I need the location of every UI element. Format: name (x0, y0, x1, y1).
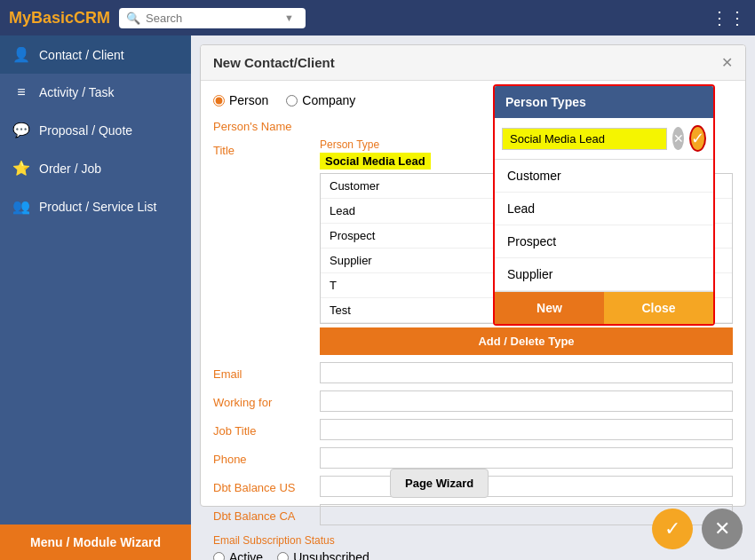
job-title-label: Job Title (213, 419, 311, 438)
popup-new-button[interactable]: New (495, 292, 604, 324)
sidebar-item-label: Activity / Task (39, 85, 115, 99)
product-service-icon: 👥 (12, 198, 30, 215)
title-label: Title (213, 138, 311, 157)
active-radio[interactable]: Active (213, 550, 263, 560)
popup-close-button[interactable]: Close (604, 292, 713, 324)
company-radio-label: Company (302, 93, 355, 107)
company-radio[interactable]: Company (286, 93, 355, 107)
sidebar-item-label: Order / Job (39, 162, 101, 176)
popup-search-input[interactable] (502, 128, 667, 150)
sidebar-item-product-service-list[interactable]: 👥 Product / Service List (0, 187, 191, 225)
logo-prefix: My (9, 9, 31, 27)
activity-task-icon: ≡ (12, 84, 30, 100)
popup-list: Customer Lead Prospect Supplier (495, 160, 713, 291)
person-radio-label: Person (229, 93, 268, 107)
person-type-value: Social Media Lead (320, 153, 431, 170)
person-radio[interactable]: Person (213, 93, 268, 107)
unsubscribed-radio-input[interactable] (277, 552, 289, 561)
sidebar-item-proposal-quote[interactable]: 💬 Proposal / Quote (0, 111, 191, 149)
contact-client-icon: 👤 (12, 46, 30, 63)
sidebar-item-activity-task[interactable]: ≡ Activity / Task (0, 74, 191, 111)
active-radio-input[interactable] (213, 552, 225, 561)
email-field-placeholder (320, 362, 733, 383)
popup-confirm-button[interactable]: ✓ (689, 125, 706, 152)
popup-search-row: ✕ ✓ (495, 118, 713, 160)
unsubscribed-radio[interactable]: Unsubscribed (277, 550, 370, 560)
company-radio-input[interactable] (286, 95, 298, 106)
phone-label: Phone (213, 447, 311, 466)
sidebar: 👤 Contact / Client ≡ Activity / Task 💬 P… (0, 35, 191, 560)
popup-item-customer[interactable]: Customer (495, 160, 713, 193)
dbt-balance-ca-label: Dbt Balance CA (213, 504, 311, 523)
phone-field (320, 447, 733, 469)
confirm-button[interactable]: ✓ (652, 509, 693, 549)
search-bar[interactable]: 🔍 ▼ (119, 8, 306, 28)
working-for-field (320, 390, 733, 412)
content-area: New Contact/Client ✕ Person Company Pers… (191, 35, 755, 560)
search-icon: 🔍 (126, 12, 140, 25)
sidebar-item-label: Product / Service List (39, 200, 156, 214)
order-job-icon: ⭐ (12, 160, 30, 177)
sidebar-item-order-job[interactable]: ⭐ Order / Job (0, 149, 191, 187)
bottom-buttons: ✓ ✕ (652, 509, 743, 549)
menu-wizard-button[interactable]: Menu / Module Wizard (0, 525, 191, 560)
modal-title: New Contact/Client (213, 55, 335, 70)
sidebar-item-label: Contact / Client (39, 48, 124, 62)
popup-item-prospect[interactable]: Prospect (495, 225, 713, 258)
popup-item-lead[interactable]: Lead (495, 193, 713, 225)
search-input[interactable] (146, 12, 279, 25)
modal-close-button[interactable]: ✕ (721, 54, 733, 71)
popup-header: Person Types (495, 86, 713, 118)
popup-footer: New Close (495, 291, 713, 324)
add-delete-type-button[interactable]: Add / Delete Type (320, 327, 733, 355)
unsubscribed-radio-label: Unsubscribed (293, 550, 370, 560)
page-wizard-button[interactable]: Page Wizard (390, 469, 489, 498)
logo-brand: BasicCRM (31, 9, 110, 27)
modal-header: New Contact/Client ✕ (201, 45, 745, 81)
top-nav: MyBasicCRM 🔍 ▼ ⋮⋮ (0, 0, 755, 35)
email-label: Email (213, 362, 311, 381)
job-title-field (320, 419, 733, 440)
search-dropdown-icon[interactable]: ▼ (284, 12, 294, 23)
main-layout: 👤 Contact / Client ≡ Activity / Task 💬 P… (0, 35, 755, 560)
working-for-label: Working for (213, 390, 311, 409)
dbt-balance-us-label: Dbt Balance US (213, 476, 311, 494)
popup-item-supplier[interactable]: Supplier (495, 258, 713, 291)
popup-clear-button[interactable]: ✕ (672, 127, 684, 150)
person-types-popup: Person Types ✕ ✓ Customer Lead Prospect … (493, 84, 715, 326)
proposal-quote-icon: 💬 (12, 122, 30, 138)
subscription-radios: Active Unsubscribed (213, 550, 733, 560)
nav-grid-icon[interactable]: ⋮⋮ (711, 7, 746, 28)
cancel-button[interactable]: ✕ (702, 509, 743, 549)
person-radio-input[interactable] (213, 95, 225, 106)
app-logo: MyBasicCRM (9, 9, 110, 28)
sidebar-item-contact-client[interactable]: 👤 Contact / Client (0, 35, 191, 74)
dbt-balance-us-field (320, 476, 733, 497)
sidebar-item-label: Proposal / Quote (39, 123, 132, 138)
active-radio-label: Active (229, 550, 263, 560)
